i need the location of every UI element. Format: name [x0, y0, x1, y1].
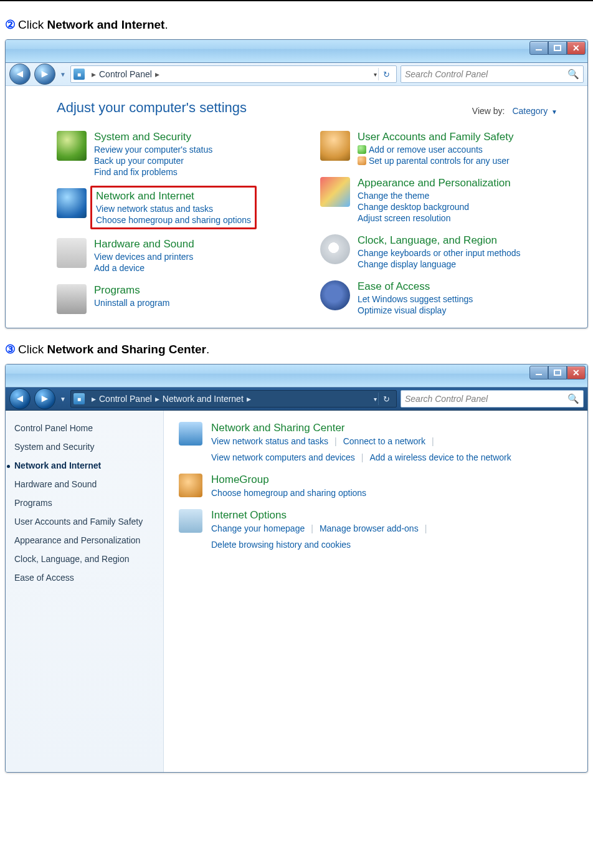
sidebar-item[interactable]: Programs: [14, 498, 154, 508]
back-button[interactable]: ◄: [9, 388, 31, 409]
sidebar-item[interactable]: Hardware and Sound: [14, 479, 154, 489]
main-content: Network and Sharing CenterView network s…: [164, 411, 587, 772]
page-title: Adjust your computer's settings: [57, 100, 247, 116]
minimize-button[interactable]: [529, 366, 548, 379]
category-link[interactable]: Back up your computer: [94, 156, 212, 166]
category-heading[interactable]: Internet Options: [211, 509, 572, 522]
nav-history-button[interactable]: ▼: [59, 390, 67, 408]
maximize-button[interactable]: [548, 366, 567, 379]
category-link[interactable]: Connect to a network: [343, 436, 425, 446]
back-button[interactable]: ◄: [9, 64, 31, 85]
category-heading[interactable]: Appearance and Personalization: [358, 177, 511, 189]
breadcrumb[interactable]: ■ ▸ Control Panel ▸ Network and Internet…: [70, 390, 397, 408]
category-link[interactable]: Let Windows suggest settings: [358, 294, 473, 304]
category-icon: [57, 284, 87, 314]
category-link[interactable]: Change the theme: [358, 191, 511, 201]
nav-history-button[interactable]: ▼: [59, 65, 67, 83]
category-link[interactable]: Optimize visual display: [358, 305, 473, 315]
category-link[interactable]: Adjust screen resolution: [358, 213, 511, 223]
nav-bar: ◄ ► ▼ ■ ▸ Control Panel ▸ ▾ ↻ Search Con…: [6, 63, 587, 86]
category-link[interactable]: View network computers and devices: [211, 452, 355, 462]
category-link[interactable]: Change your homepage: [211, 523, 305, 533]
forward-button[interactable]: ►: [34, 388, 55, 409]
close-button[interactable]: ✕: [567, 366, 586, 379]
refresh-button[interactable]: ↻: [378, 393, 394, 405]
category-icon: [179, 509, 202, 533]
category-icon: [320, 131, 350, 161]
category: Network and Sharing CenterView network s…: [179, 422, 572, 462]
category-heading[interactable]: HomeGroup: [211, 474, 366, 486]
category-heading[interactable]: Hardware and Sound: [94, 238, 194, 250]
titlebar: ✕: [6, 365, 587, 388]
chevron-down-icon: ▼: [551, 108, 557, 115]
category-heading[interactable]: User Accounts and Family Safety: [358, 131, 513, 143]
bc-sep-icon: ▸: [155, 69, 159, 79]
category-icon: [57, 238, 87, 268]
sidebar-item[interactable]: Control Panel Home: [14, 423, 154, 433]
category-icon: [179, 474, 202, 497]
category-link[interactable]: Delete browsing history and cookies: [211, 540, 351, 550]
search-input[interactable]: Search Control Panel 🔍: [401, 65, 584, 83]
step3-instruction: ③Click Network and Sharing Center.: [5, 342, 588, 356]
category-icon: [179, 422, 202, 446]
category-link[interactable]: Add or remove user accounts: [358, 145, 513, 155]
category-link[interactable]: Find and fix problems: [94, 167, 212, 177]
category: Internet OptionsChange your homepage|Man…: [179, 509, 572, 550]
category: System and SecurityReview your computer'…: [57, 131, 294, 177]
category-link[interactable]: Manage browser add-ons: [320, 523, 419, 533]
sidebar-item[interactable]: System and Security: [14, 442, 154, 452]
forward-button[interactable]: ►: [34, 64, 55, 85]
category-link[interactable]: Uninstall a program: [94, 298, 169, 308]
category-heading[interactable]: Network and Sharing Center: [211, 422, 572, 434]
sidebar-item[interactable]: Clock, Language, and Region: [14, 554, 154, 564]
category-heading[interactable]: Clock, Language, and Region: [358, 234, 521, 247]
category-icon: [57, 131, 87, 161]
category-icon: [320, 280, 350, 310]
search-input[interactable]: Search Control Panel 🔍: [401, 390, 584, 408]
category: ProgramsUninstall a program: [57, 284, 294, 314]
category-link[interactable]: View devices and printers: [94, 252, 194, 262]
category-heading[interactable]: Programs: [94, 284, 169, 297]
category-link[interactable]: Change display language: [358, 259, 521, 269]
search-placeholder: Search Control Panel: [405, 394, 488, 404]
sidebar-item[interactable]: Appearance and Personalization: [14, 535, 154, 545]
bc-sep-icon: ▸: [247, 394, 251, 404]
category-link[interactable]: Choose homegroup and sharing options: [96, 215, 251, 225]
category-icon: [320, 234, 350, 264]
sidebar: Control Panel HomeSystem and SecurityNet…: [6, 411, 164, 772]
refresh-button[interactable]: ↻: [378, 68, 394, 80]
category-link[interactable]: Add a wireless device to the network: [370, 452, 511, 462]
category-link[interactable]: Change desktop background: [358, 202, 511, 212]
sidebar-item[interactable]: Network and Internet: [14, 460, 154, 470]
bc-item[interactable]: Network and Internet: [163, 394, 244, 404]
search-icon: 🔍: [567, 69, 579, 80]
tiny-icon: [358, 156, 366, 165]
category: Hardware and SoundView devices and print…: [57, 238, 294, 273]
category-link[interactable]: Change keyboards or other input methods: [358, 248, 521, 258]
sidebar-item[interactable]: Ease of Access: [14, 573, 154, 583]
sidebar-item[interactable]: User Accounts and Family Safety: [14, 517, 154, 527]
category-link[interactable]: View network status and tasks: [211, 436, 328, 446]
category-link[interactable]: Add a device: [94, 263, 194, 273]
minimize-button[interactable]: [529, 41, 548, 55]
bc-item[interactable]: Control Panel: [99, 394, 152, 404]
bc-sep-icon: ▸: [92, 394, 96, 404]
viewby: View by: Category ▼: [472, 106, 557, 116]
category-heading[interactable]: Ease of Access: [358, 280, 473, 293]
category-link[interactable]: Set up parental controls for any user: [358, 156, 513, 166]
bc-item[interactable]: Control Panel: [99, 69, 152, 79]
category-heading[interactable]: System and Security: [94, 131, 212, 143]
nav-bar: ◄ ► ▼ ■ ▸ Control Panel ▸ Network and In…: [6, 388, 587, 411]
breadcrumb[interactable]: ■ ▸ Control Panel ▸ ▾ ↻: [70, 65, 397, 83]
category-link[interactable]: View network status and tasks: [96, 204, 251, 214]
titlebar: ✕: [6, 40, 587, 63]
category-heading[interactable]: Network and Internet: [96, 190, 251, 203]
chevron-down-icon[interactable]: ▾: [374, 71, 377, 78]
maximize-button[interactable]: [548, 41, 567, 55]
viewby-dropdown[interactable]: Category ▼: [512, 106, 557, 116]
close-button[interactable]: ✕: [567, 41, 586, 55]
category-link[interactable]: Review your computer's status: [94, 145, 212, 155]
category-link[interactable]: Choose homegroup and sharing options: [211, 488, 366, 498]
chevron-down-icon[interactable]: ▾: [374, 396, 377, 403]
bc-sep-icon: ▸: [92, 69, 96, 79]
